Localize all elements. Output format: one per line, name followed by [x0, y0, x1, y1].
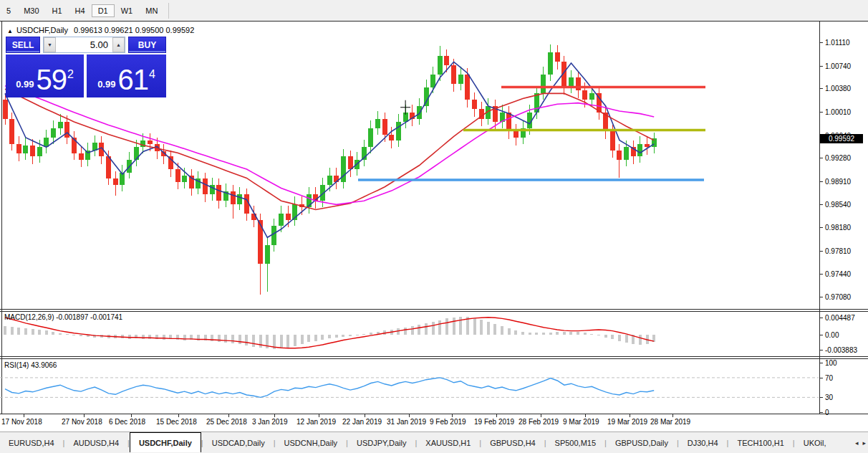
chart-tab-gbpusd-h4[interactable]: GBPUSD,H4 — [481, 432, 544, 453]
date-label: 28 Mar 2019 — [650, 418, 690, 426]
trading-platform-window: 5M30H1H4D1W1MN ▲USDCHF,Daily0.99613 0.99… — [0, 0, 868, 453]
timeframe-button-5[interactable]: 5 — [0, 4, 17, 17]
volume-increase-button[interactable]: ▲ — [112, 37, 125, 52]
date-label: 15 Dec 2018 — [156, 418, 197, 426]
rsi-value: 43.9066 — [31, 361, 57, 369]
bid-price-pip: 2 — [67, 69, 74, 80]
bid-price-main: 59 — [36, 67, 67, 92]
price-scale-tick: 0.98540 — [825, 201, 851, 209]
chart-tab-usdcad-daily[interactable]: USDCAD,Daily — [203, 432, 274, 453]
ask-price-main: 61 — [117, 67, 148, 92]
ask-price-box[interactable]: 0.99614 — [87, 54, 166, 97]
date-label: 25 Dec 2018 — [206, 418, 247, 426]
price-scale-tick: 0.98180 — [825, 224, 851, 232]
price-scale-tick: 0.98910 — [825, 178, 851, 186]
price-scale-tick: 0.97810 — [825, 247, 851, 255]
chart-tab-sp500-m15[interactable]: SP500,M15 — [546, 432, 604, 453]
chart-tab-usdjpy-daily[interactable]: USDJPY,Daily — [348, 432, 415, 453]
timeframe-button-d1[interactable]: D1 — [92, 4, 115, 17]
bid-price-box[interactable]: 0.99592 — [6, 54, 84, 97]
date-label: 3 Jan 2019 — [252, 418, 288, 426]
date-label: 28 Feb 2019 — [519, 418, 559, 426]
macd-indicator-label: MACD(12,26,9) -0.001897 -0.001741 — [4, 313, 122, 321]
macd-scale-tick: -0.003883 — [825, 346, 857, 354]
price-scale-tick: 0.99280 — [825, 154, 851, 162]
bid-price-prefix: 0.99 — [16, 77, 34, 92]
volume-input[interactable]: 5.00 — [56, 37, 112, 52]
timeframe-button-mn[interactable]: MN — [139, 4, 164, 17]
timeframe-toolbar: 5M30H1H4D1W1MN — [0, 0, 868, 21]
tab-scroll-right-icon[interactable]: ▸ — [862, 439, 866, 447]
date-label: 9 Feb 2019 — [430, 418, 466, 426]
chart-tab-audusd-h4[interactable]: AUDUSD,H4 — [64, 432, 127, 453]
timeframe-button-h1[interactable]: H1 — [46, 4, 69, 17]
date-label: 19 Feb 2019 — [474, 418, 514, 426]
price-scale-tick: 0.97440 — [825, 270, 851, 278]
toolbar-separator — [168, 3, 169, 19]
chart-tab-usdchf-daily[interactable]: USDCHF,Daily — [130, 432, 201, 452]
timeframe-button-w1[interactable]: W1 — [115, 4, 140, 17]
date-label: 17 Nov 2018 — [1, 418, 42, 426]
macd-name: MACD(12,26,9) — [4, 313, 54, 321]
date-label: 6 Dec 2018 — [109, 418, 145, 426]
timeframe-button-h4[interactable]: H4 — [69, 4, 92, 17]
chart-tabs-bar: EURUSD,H4|AUDUSD,H4|USDCHF,Daily|USDCAD,… — [0, 431, 868, 453]
timeframe-button-m30[interactable]: M30 — [17, 4, 45, 17]
rsi-scale-tick: 30 — [825, 394, 833, 401]
tab-scroll-left-icon[interactable]: ◂ — [855, 439, 859, 447]
tab-scroll-arrows: ◂▸ — [855, 432, 866, 453]
date-label: 22 Jan 2019 — [342, 418, 382, 426]
rsi-indicator-label: RSI(14) 43.9066 — [4, 361, 57, 369]
chart-tab-tech100-h1[interactable]: TECH100,H1 — [728, 432, 792, 453]
date-label: 31 Jan 2019 — [387, 418, 426, 426]
price-scale-tick: 0.97080 — [825, 293, 851, 301]
buy-button[interactable]: BUY — [128, 37, 166, 53]
chart-tab-usdcnh-daily[interactable]: USDCNH,Daily — [276, 432, 347, 453]
macd-value-2: -0.001741 — [90, 313, 122, 321]
volume-stepper: ▼ 5.00 ▲ — [43, 37, 125, 53]
one-click-trading-panel: SELL ▼ 5.00 ▲ BUY 0.99592 0.99614 — [6, 37, 166, 97]
ask-price-prefix: 0.99 — [97, 77, 115, 92]
date-label: 19 Mar 2019 — [607, 418, 647, 426]
macd-value-1: -0.001897 — [56, 313, 88, 321]
chart-tab-xauusd-h1[interactable]: XAUUSD,H1 — [417, 432, 479, 453]
date-label: 12 Jan 2019 — [296, 418, 336, 426]
price-scale-tick: 1.00010 — [825, 108, 851, 116]
macd-scale-tick: 0.004487 — [825, 314, 855, 322]
date-label: 9 Mar 2019 — [563, 418, 599, 426]
price-scale-tick: 1.00740 — [825, 62, 851, 70]
rsi-scale-tick: 0 — [825, 409, 829, 416]
chart-header: ▲USDCHF,Daily0.99613 0.99621 0.99500 0.9… — [7, 26, 194, 34]
chart-symbol-label: USDCHF,Daily — [16, 26, 68, 34]
chart-tab-gbpusd-daily[interactable]: GBPUSD,Daily — [607, 432, 677, 453]
sell-button[interactable]: SELL — [6, 37, 40, 53]
macd-scale-tick: 0.00 — [825, 331, 839, 339]
rsi-name: RSI(14) — [4, 361, 29, 369]
chart-ohlc-values: 0.99613 0.99621 0.99500 0.99592 — [74, 26, 194, 34]
rsi-scale-tick: 70 — [825, 374, 833, 382]
price-scale-tick: 1.01110 — [825, 39, 850, 47]
rsi-scale-tick: 100 — [825, 359, 837, 367]
chart-tab-ukoil-[interactable]: UKOil, — [795, 432, 835, 453]
volume-decrease-button[interactable]: ▼ — [44, 37, 56, 52]
date-label: 27 Nov 2018 — [62, 418, 102, 426]
window-collapse-icon[interactable]: ▲ — [7, 28, 13, 34]
chart-tab-eurusd-h4[interactable]: EURUSD,H4 — [0, 432, 63, 453]
chart-tab-dj30-h4[interactable]: DJ30,H4 — [679, 432, 727, 453]
price-scale-tick: 1.00380 — [825, 85, 851, 92]
ask-price-pip: 4 — [149, 69, 155, 80]
current-price-badge: 0.99592 — [820, 134, 863, 143]
